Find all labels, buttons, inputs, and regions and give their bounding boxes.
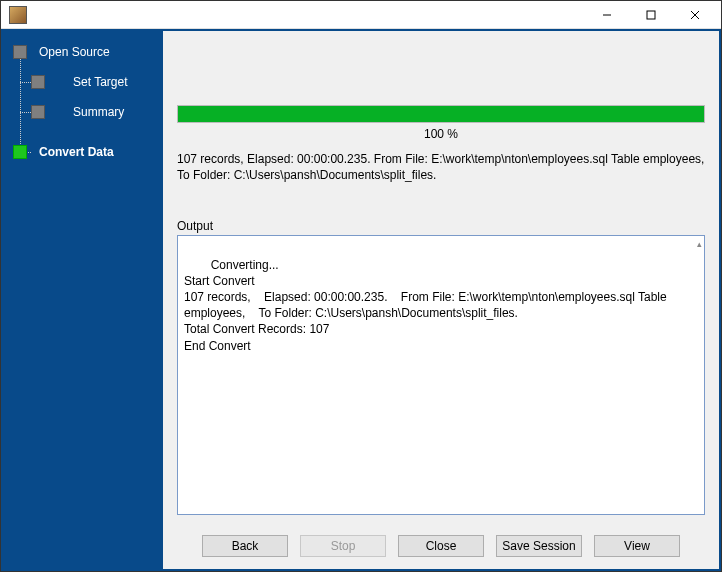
step-icon: [31, 105, 45, 119]
close-button[interactable]: [673, 2, 717, 28]
sidebar-item-label: Convert Data: [39, 145, 114, 159]
step-icon-active: [13, 145, 27, 159]
sidebar-item-convert-data[interactable]: Convert Data: [9, 139, 157, 165]
step-icon: [31, 75, 45, 89]
app-icon: [9, 6, 27, 24]
output-label: Output: [177, 219, 705, 233]
sidebar-item-label: Set Target: [73, 75, 127, 89]
main-panel: 100 % 107 records, Elapsed: 00:00:00.235…: [163, 31, 719, 569]
titlebar: [1, 1, 721, 29]
sidebar-item-set-target[interactable]: Set Target: [9, 69, 157, 95]
close-wizard-button[interactable]: Close: [398, 535, 484, 557]
minimize-button[interactable]: [585, 2, 629, 28]
progress-fill: [178, 106, 704, 122]
scroll-up-icon[interactable]: ▴: [697, 238, 702, 250]
output-textarea[interactable]: Converting... Start Convert 107 records,…: [177, 235, 705, 515]
summary-text: 107 records, Elapsed: 00:00:00.235. From…: [177, 151, 705, 183]
progress-bar: [177, 105, 705, 123]
sidebar-item-label: Summary: [73, 105, 124, 119]
window-controls: [585, 2, 717, 28]
step-icon: [13, 45, 27, 59]
back-button[interactable]: Back: [202, 535, 288, 557]
sidebar-item-open-source[interactable]: Open Source: [9, 39, 157, 65]
view-button[interactable]: View: [594, 535, 680, 557]
maximize-button[interactable]: [629, 2, 673, 28]
button-row: Back Stop Close Save Session View: [163, 529, 719, 569]
stop-button: Stop: [300, 535, 386, 557]
output-content: Converting... Start Convert 107 records,…: [184, 258, 670, 353]
progress-label: 100 %: [177, 127, 705, 141]
wizard-sidebar: Open Source Set Target Summary Convert D…: [3, 31, 163, 569]
sidebar-item-label: Open Source: [39, 45, 110, 59]
sidebar-item-summary[interactable]: Summary: [9, 99, 157, 125]
save-session-button[interactable]: Save Session: [496, 535, 582, 557]
svg-rect-1: [647, 11, 655, 19]
